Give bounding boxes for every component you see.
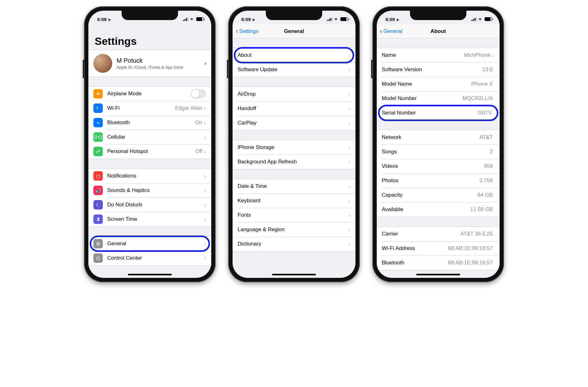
status-time: 6:09 ➤ [241, 17, 255, 22]
row-label: About [238, 52, 348, 58]
back-button[interactable]: ‹ General [380, 24, 402, 38]
nav-title: General [284, 28, 304, 34]
row-value: 2 [490, 149, 493, 155]
status-time: 6:09 ➤ [386, 17, 399, 22]
row-label: Videos [382, 163, 484, 169]
list-row[interactable]: Photos3,759 [377, 173, 500, 188]
list-row[interactable]: Dictionary› [233, 237, 355, 251]
location-arrow-icon: ➤ [108, 18, 111, 22]
row-value: 64 GB [478, 192, 493, 198]
row-label: Bluetooth [107, 119, 195, 126]
back-button[interactable]: ‹ Settings [236, 24, 259, 38]
chevron-right-icon: › [348, 66, 350, 73]
row-label: Wi-Fi Address [382, 245, 448, 252]
list-row[interactable]: Videos459 [377, 159, 500, 173]
list-row[interactable]: Wi-Fi Address68:AB:1E:99:16:57 [377, 241, 500, 256]
row-label: General [107, 241, 204, 247]
row-label: Wi-Fi [107, 105, 175, 111]
list-row[interactable]: CarPlay› [233, 116, 355, 130]
list-row[interactable]: ⌬Control Center› [88, 251, 211, 265]
chevron-left-icon: ‹ [236, 28, 238, 35]
list-row[interactable]: ᯤWi-FiEdgar Allan› [88, 101, 211, 115]
list-row[interactable]: Background App Refresh› [233, 155, 355, 169]
row-label: Screen Time [107, 216, 204, 222]
chevron-right-icon: › [204, 187, 206, 194]
dnd-icon: ☾ [93, 200, 103, 209]
chevron-right-icon: › [348, 241, 350, 248]
row-value: 3,759 [479, 178, 493, 184]
list-row[interactable]: iPhone Storage› [233, 140, 355, 155]
list-row[interactable]: Software Version13.0 [377, 62, 500, 77]
list-row[interactable]: Model NameiPhone X [377, 77, 500, 91]
toggle[interactable] [191, 89, 206, 98]
home-indicator[interactable] [128, 274, 172, 275]
chevron-right-icon: › [205, 61, 206, 66]
home-indicator[interactable] [416, 274, 460, 275]
wifi-status-icon: ᯤ [334, 17, 339, 22]
cellular-signal-icon [327, 17, 333, 21]
list-row[interactable]: Keyboard› [233, 194, 355, 208]
row-label: iPhone Storage [238, 144, 348, 151]
notch [122, 11, 178, 20]
list-row[interactable]: NetworkAT&T [377, 130, 500, 145]
row-value: AT&T 36.5.25 [460, 231, 493, 237]
list-row[interactable]: ☍Personal HotspotOff› [88, 144, 211, 159]
list-row[interactable]: Model NumberMQCR2LL/A [377, 91, 500, 106]
row-value: AT&T [480, 134, 493, 140]
list-row[interactable]: ✈︎Airplane Mode [88, 87, 211, 101]
list-row[interactable]: NameMichPhone› [377, 48, 500, 62]
list-row[interactable]: 🔊Sounds & Haptics› [88, 183, 211, 198]
list-row[interactable]: ((•))Cellular› [88, 130, 211, 144]
list-row[interactable]: Songs2 [377, 145, 500, 159]
group-about: About›Software Update› [233, 48, 355, 77]
airplane-icon: ✈︎ [93, 89, 103, 98]
sounds-icon: 🔊 [93, 186, 103, 195]
row-label: Name [382, 52, 464, 58]
row-label: Software Version [382, 66, 482, 73]
list-row[interactable]: ⧗Screen Time› [88, 212, 211, 226]
chevron-right-icon: › [204, 240, 206, 247]
list-row[interactable]: ◻︎Notifications› [88, 169, 211, 183]
screen: 6:09 ➤ ᯤ ‹ General About NameMichPhone›S… [377, 11, 500, 278]
list-row[interactable]: Handoff› [233, 101, 355, 116]
chevron-right-icon: › [204, 148, 206, 155]
list-row[interactable]: AirDrop› [233, 87, 355, 101]
home-indicator[interactable] [272, 274, 316, 275]
list-row[interactable]: ☾Do Not Disturb› [88, 198, 211, 212]
list-row[interactable]: Available11.58 GB [377, 202, 500, 217]
list-row[interactable]: Serial NumberG6TV. [377, 106, 500, 120]
group-region: Date & Time›Keyboard›Fonts›Language & Re… [233, 179, 355, 252]
apple-id-row[interactable]: M Potuck Apple ID, iCloud, iTunes & App … [88, 50, 211, 77]
screen: 6:08 ➤ ᯤ Settings M Potuck Apple ID, iCl… [88, 11, 211, 278]
wifi-icon: ᯤ [93, 103, 103, 113]
list-row[interactable]: Bluetooth68:AB:1E:99:16:57 [377, 256, 500, 270]
list-row[interactable]: ⌁BluetoothOn› [88, 115, 211, 130]
cellular-signal-icon [183, 17, 189, 21]
list-row[interactable]: Language & Region› [233, 222, 355, 237]
screen: 6:09 ➤ ᯤ ‹ Settings General About›Softwa… [233, 11, 355, 278]
cellular-signal-icon [471, 17, 477, 21]
row-label: Fonts [238, 212, 348, 218]
chevron-right-icon: › [204, 216, 206, 223]
row-label: Serial Number [382, 110, 478, 116]
page-title: Settings [88, 24, 211, 50]
group-prefs: ◻︎Notifications›🔊Sounds & Haptics›☾Do No… [88, 168, 211, 227]
chevron-right-icon: › [492, 52, 495, 59]
row-value: 13.0 [482, 66, 493, 73]
notifications-icon: ◻︎ [93, 171, 103, 181]
row-label: Control Center [107, 255, 204, 261]
list-row[interactable]: Fonts› [233, 208, 355, 222]
list-row[interactable]: CarrierAT&T 36.5.25 [377, 227, 500, 241]
group-storage: iPhone Storage›Background App Refresh› [233, 140, 355, 169]
nav-bar: ‹ General About [377, 24, 500, 38]
apple-id-subtitle: Apple ID, iCloud, iTunes & App Store [117, 65, 200, 70]
row-value: 11.58 GB [470, 206, 493, 213]
notch [266, 11, 322, 20]
list-row[interactable]: Capacity64 GB [377, 188, 500, 202]
list-row[interactable]: Software Update› [233, 62, 355, 77]
nav-title: About [430, 28, 446, 34]
list-row[interactable]: Date & Time› [233, 179, 355, 194]
list-row[interactable]: About› [233, 48, 355, 62]
list-row[interactable]: ⚙︎General› [88, 236, 211, 251]
row-label: Carrier [382, 231, 460, 237]
